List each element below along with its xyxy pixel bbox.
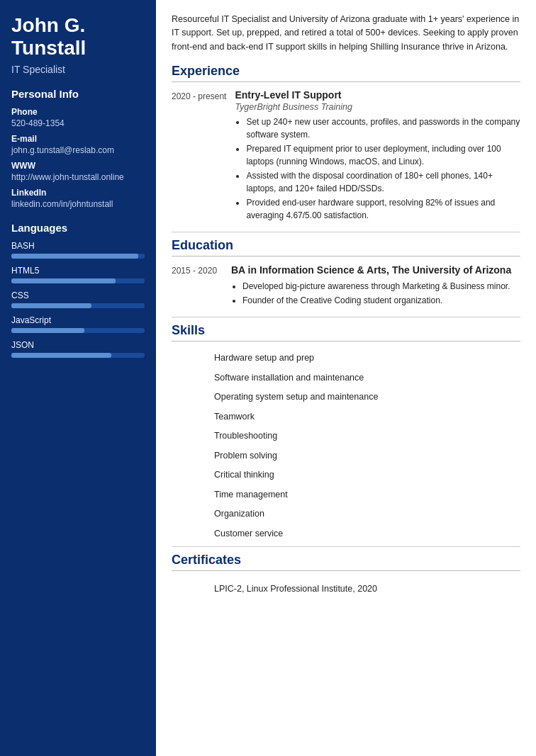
- language-bar-fill: [11, 254, 138, 259]
- email-value: john.g.tunstall@reslab.com: [11, 145, 145, 155]
- language-bar-fill: [11, 328, 84, 333]
- education-container: 2015 - 2020 BA in Information Science & …: [172, 264, 520, 308]
- bullet-item: Assisted with the disposal coordination …: [246, 169, 520, 195]
- candidate-title: IT Specialist: [11, 64, 145, 75]
- certificates-container: LPIC-2, Linux Professional Institute, 20…: [172, 578, 520, 599]
- bullet-list: Set up 240+ new user accounts, profiles,…: [235, 115, 520, 222]
- language-bar-fill: [11, 278, 116, 283]
- language-bar-fill: [11, 353, 111, 358]
- job-title: Entry-Level IT Support: [235, 89, 520, 101]
- experience-item: 2020 - present Entry-Level IT Support Ty…: [172, 89, 520, 223]
- company-name: TygerBright Business Training: [235, 102, 520, 112]
- education-item: 2015 - 2020 BA in Information Science & …: [172, 264, 520, 308]
- skills-divider: [172, 546, 520, 547]
- bullet-item: Prepared IT equipment prior to user depl…: [246, 142, 520, 168]
- language-name: JSON: [11, 340, 145, 350]
- experience-content: Entry-Level IT Support TygerBright Busin…: [235, 89, 520, 223]
- skill-item: Hardware setup and prep: [172, 349, 520, 368]
- linkedin-value: linkedin.com/in/johntunstall: [11, 199, 145, 209]
- language-name: BASH: [11, 241, 145, 251]
- certificate-item: LPIC-2, Linux Professional Institute, 20…: [172, 578, 520, 599]
- personal-info-heading: Personal Info: [11, 88, 145, 100]
- www-label: WWW: [11, 161, 145, 171]
- bullet-item: Developed big-picture awareness through …: [242, 280, 520, 293]
- email-label: E-mail: [11, 134, 145, 144]
- skill-item: Operating system setup and maintenance: [172, 388, 520, 407]
- phone-label: Phone: [11, 107, 145, 117]
- language-item: JSON: [11, 340, 145, 358]
- bullet-item: Provided end-user hardware support, reso…: [246, 196, 520, 222]
- education-date: 2015 - 2020: [172, 264, 223, 308]
- bullet-item: Set up 240+ new user accounts, profiles,…: [246, 115, 520, 141]
- language-item: CSS: [11, 290, 145, 308]
- languages-heading: Languages: [11, 222, 145, 234]
- experience-heading: Experience: [172, 64, 520, 82]
- education-degree: BA in Information Science & Arts, The Un…: [231, 264, 520, 277]
- language-item: HTML5: [11, 266, 145, 283]
- language-item: JavaScript: [11, 315, 145, 333]
- language-bar-bg: [11, 303, 145, 308]
- skill-item: Time management: [172, 485, 520, 505]
- skill-item: Critical thinking: [172, 466, 520, 485]
- language-bar-bg: [11, 278, 145, 283]
- skill-item: Problem solving: [172, 446, 520, 466]
- skills-container: Hardware setup and prepSoftware installa…: [172, 349, 520, 543]
- linkedin-label: LinkedIn: [11, 188, 145, 198]
- skill-item: Teamwork: [172, 407, 520, 427]
- skill-item: Troubleshooting: [172, 427, 520, 446]
- experience-date: 2020 - present: [172, 89, 226, 223]
- phone-value: 520-489-1354: [11, 118, 145, 128]
- education-content: BA in Information Science & Arts, The Un…: [231, 264, 520, 308]
- www-value: http://www.john-tunstall.online: [11, 172, 145, 182]
- skill-item: Software installation and maintenance: [172, 368, 520, 388]
- skills-heading: Skills: [172, 323, 520, 342]
- language-bar-bg: [11, 353, 145, 358]
- certificates-heading: Certificates: [172, 553, 520, 571]
- experience-divider: [172, 232, 520, 232]
- language-item: BASH: [11, 241, 145, 259]
- bullet-list: Developed big-picture awareness through …: [231, 280, 520, 307]
- skill-item: Organization: [172, 504, 520, 524]
- languages-container: BASH HTML5 CSS JavaScript JSON: [11, 241, 145, 358]
- language-name: HTML5: [11, 266, 145, 276]
- language-bar-bg: [11, 328, 145, 333]
- language-name: JavaScript: [11, 315, 145, 325]
- skill-item: Customer service: [172, 524, 520, 544]
- candidate-name: John G. Tunstall: [11, 14, 145, 60]
- summary-text: Resourceful IT Specialist and University…: [172, 13, 520, 54]
- language-bar-fill: [11, 303, 91, 308]
- sidebar: John G. Tunstall IT Specialist Personal …: [0, 0, 156, 756]
- bullet-item: Founder of the Creative Coding student o…: [242, 294, 520, 307]
- main-content: Resourceful IT Specialist and University…: [156, 0, 536, 756]
- education-divider: [172, 317, 520, 317]
- experience-container: 2020 - present Entry-Level IT Support Ty…: [172, 89, 520, 223]
- resume-container: John G. Tunstall IT Specialist Personal …: [0, 0, 536, 756]
- language-name: CSS: [11, 290, 145, 300]
- language-bar-bg: [11, 254, 145, 259]
- education-heading: Education: [172, 238, 520, 256]
